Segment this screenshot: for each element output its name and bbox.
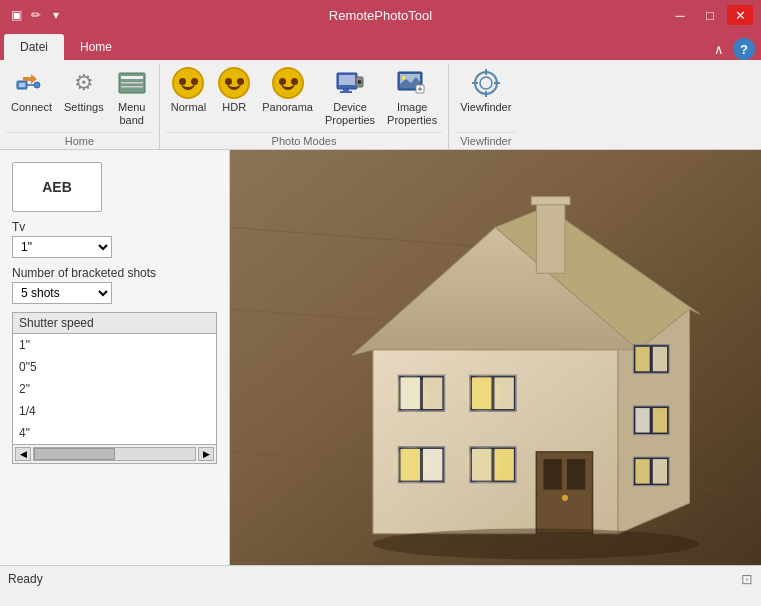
app-title: RemotePhotoTool [329,8,432,23]
window-controls: ─ □ ✕ [667,5,753,25]
normal-label: Normal [171,101,206,114]
svg-point-61 [392,376,429,413]
ribbon-group-home-label: Home [6,132,153,147]
svg-rect-11 [340,91,352,93]
svg-point-3 [34,82,40,88]
svg-point-20 [475,72,497,94]
svg-rect-35 [531,197,570,205]
ribbon-collapse-button[interactable]: ∧ [709,39,729,59]
scroll-track[interactable] [33,447,196,461]
image-properties-icon [396,67,428,99]
scroll-left-button[interactable]: ◀ [15,447,31,461]
svg-point-64 [465,447,502,484]
ribbon-group-photomodes-label: Photo Modes [166,132,443,147]
ribbon-item-viewfinder[interactable]: Viewfinder [455,64,516,130]
svg-rect-10 [343,89,349,91]
ribbon-help-button[interactable]: ? [733,38,755,60]
hdr-label: HDR [222,101,246,114]
settings-label: Settings [64,101,104,114]
ribbon-item-settings[interactable]: ⚙ Settings [59,64,109,130]
shutter-row-1[interactable]: 0"5 [13,356,216,378]
shots-field-group: Number of bracketed shots 3 shots 5 shot… [12,266,217,304]
device-properties-label: Device Properties [325,101,375,127]
title-bar: ▣ ✏ ▾ RemotePhotoTool ─ □ ✕ [0,0,761,30]
tv-label: Tv [12,220,217,234]
svg-rect-59 [635,459,649,484]
left-panel: AEB Tv 1" 0"5 2" 1/4 4" Number of bracke… [0,150,230,565]
shutter-scrollbar: ◀ ▶ [13,444,216,463]
panorama-smiley-icon [272,67,304,99]
svg-point-51 [562,495,568,501]
shutter-row-3[interactable]: 1/4 [13,400,216,422]
photo-panel [230,150,761,565]
menuband-icon [116,67,148,99]
ribbon: Connect ⚙ Settings Menu band [0,60,761,150]
viewfinder-icon [470,67,502,99]
svg-rect-9 [339,75,355,85]
svg-rect-57 [653,408,667,433]
svg-point-16 [402,76,406,80]
close-button[interactable]: ✕ [727,5,753,25]
quick-access-edit[interactable]: ✏ [28,7,44,23]
tv-field-group: Tv 1" 0"5 2" 1/4 4" [12,220,217,258]
ribbon-group-viewfinder-label: Viewfinder [455,132,516,147]
quick-access-dropdown[interactable]: ▾ [48,7,64,23]
status-bar: Ready ⊡ [0,565,761,591]
svg-point-13 [358,80,362,84]
image-properties-label: Image Properties [387,101,437,127]
svg-rect-34 [536,202,565,273]
ribbon-item-connect[interactable]: Connect [6,64,57,130]
minimize-button[interactable]: ─ [667,5,693,25]
svg-point-65 [373,529,700,560]
svg-rect-1 [19,83,25,87]
panorama-label: Panorama [262,101,313,114]
svg-rect-5 [121,76,143,79]
shutter-row-4[interactable]: 4" [13,422,216,444]
ribbon-group-photomodes: Normal HDR Panorama [160,64,450,149]
svg-rect-56 [635,408,649,433]
ribbon-group-viewfinder: Viewfinder Viewfinder [449,64,522,149]
svg-rect-7 [121,86,143,88]
shutter-row-2[interactable]: 2" [13,378,216,400]
ribbon-item-menuband[interactable]: Menu band [111,64,153,130]
tv-select[interactable]: 1" 0"5 2" 1/4 4" [12,236,112,258]
ribbon-item-image-properties[interactable]: Image Properties [382,64,442,130]
ribbon-item-hdr[interactable]: HDR [213,64,255,130]
svg-rect-53 [635,347,649,372]
tab-datei[interactable]: Datei [4,34,64,60]
svg-point-21 [480,77,492,89]
svg-point-63 [392,447,429,484]
maximize-button[interactable]: □ [697,5,723,25]
shots-select[interactable]: 3 shots 5 shots 7 shots [12,282,112,304]
status-text: Ready [8,572,43,586]
connect-label: Connect [11,101,52,114]
resize-grip-icon: ⊡ [741,571,753,587]
svg-rect-6 [121,82,143,84]
main-content: AEB Tv 1" 0"5 2" 1/4 4" Number of bracke… [0,150,761,565]
normal-smiley-icon [172,67,204,99]
scroll-right-button[interactable]: ▶ [198,447,214,461]
svg-rect-60 [653,459,667,484]
shutter-speed-table: Shutter speed 1" 0"5 2" 1/4 4" ◀ ▶ [12,312,217,464]
shots-label: Number of bracketed shots [12,266,217,280]
ribbon-group-home: Connect ⚙ Settings Menu band [0,64,160,149]
ribbon-group-photomodes-items: Normal HDR Panorama [166,64,443,130]
viewfinder-label: Viewfinder [460,101,511,114]
device-properties-icon [334,67,366,99]
ribbon-item-panorama[interactable]: Panorama [257,64,318,130]
tab-home[interactable]: Home [64,34,128,60]
shutter-speed-header: Shutter speed [13,313,216,334]
aeb-button[interactable]: AEB [12,162,102,212]
house-photo [230,150,761,565]
quick-access-toolbar: ▣ ✏ ▾ [8,7,64,23]
svg-point-62 [465,376,502,413]
shutter-row-0[interactable]: 1" [13,334,216,356]
ribbon-item-device-properties[interactable]: Device Properties [320,64,380,130]
ribbon-group-viewfinder-items: Viewfinder [455,64,516,130]
svg-rect-54 [653,347,667,372]
app-icon-button[interactable]: ▣ [8,7,24,23]
hdr-smiley-icon [218,67,250,99]
title-bar-left: ▣ ✏ ▾ [8,7,64,23]
gear-icon: ⚙ [68,67,100,99]
ribbon-item-normal[interactable]: Normal [166,64,211,130]
